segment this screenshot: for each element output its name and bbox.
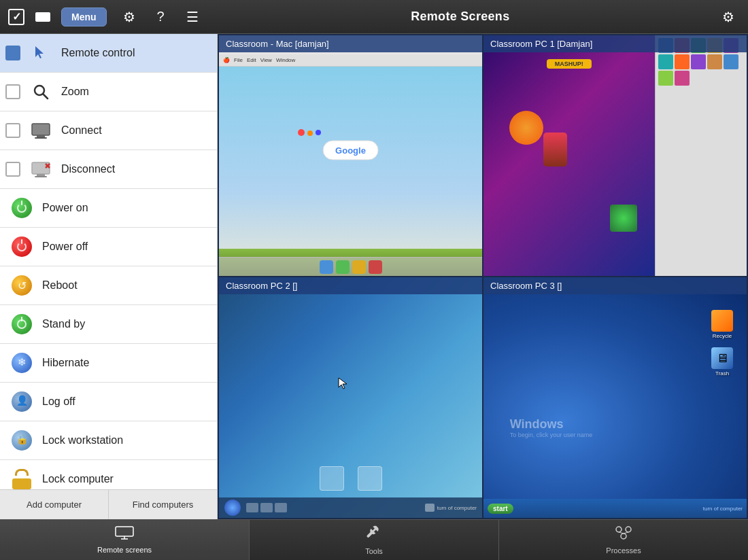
screen-tile-pc2-title: Classroom PC 2 [] (219, 277, 482, 294)
header-left: Menu ⚙ ? ☰ (8, 6, 204, 28)
header-right: ⚙ (717, 6, 740, 28)
add-computer-button[interactable]: Add computer (0, 490, 109, 519)
winxp-taskbar: start turn of computer (483, 499, 747, 518)
zoom-checkbox[interactable] (5, 84, 20, 99)
win7-taskbar-icons (246, 503, 287, 512)
sidebar-bottom: Add computer Find computers (0, 489, 217, 519)
connect-label: Connect (61, 124, 102, 137)
settings-right-icon[interactable]: ⚙ (717, 6, 740, 28)
connect-icon (30, 120, 52, 141)
reboot-icon: ↺ (11, 275, 33, 296)
disconnect-checkbox[interactable] (5, 162, 20, 177)
sidebar-item-power-on[interactable]: Power on (0, 189, 217, 228)
menu-button[interactable]: Menu (61, 7, 107, 27)
svg-marker-0 (35, 46, 44, 58)
tab-bar: Remote screens Tools Processes (0, 519, 748, 560)
winxp-start-button: start (488, 504, 513, 514)
log-off-label: Log off (42, 396, 75, 408)
tools-tab-icon (366, 525, 382, 545)
zoom-icon (30, 81, 52, 103)
power-on-label: Power on (42, 202, 88, 214)
svg-line-18 (619, 532, 624, 533)
winxp-screen-content: Windows To begin, click your user name R… (483, 277, 747, 518)
lock-computer-icon (11, 468, 33, 489)
main-content: Remote control Zoom Connect (0, 34, 748, 519)
power-off-icon (11, 236, 33, 258)
screen-tile-pc1-damjan-title: Classroom PC 1 [Damjan] (483, 35, 747, 52)
disconnect-label: Disconnect (61, 163, 115, 175)
sidebar-item-reboot[interactable]: ↺ Reboot (0, 266, 217, 305)
lock-computer-label: Lock computer (42, 473, 114, 485)
select-all-checkbox[interactable] (8, 9, 24, 25)
svg-point-16 (626, 527, 631, 532)
mac-screen-content: 🍎FileEditViewWindow Google (219, 35, 482, 276)
sidebar-item-zoom[interactable]: Zoom (0, 73, 217, 111)
svg-rect-7 (37, 174, 45, 176)
stand-by-label: Stand by (42, 318, 85, 330)
sidebar: Remote control Zoom Connect (0, 34, 218, 519)
svg-rect-3 (32, 124, 50, 135)
svg-point-15 (616, 527, 622, 532)
screen-tile-pc1-damjan[interactable]: Classroom PC 1 [Damjan] MASHUP! (483, 35, 747, 276)
tab-tools[interactable]: Tools (250, 520, 499, 560)
power-on-icon (11, 197, 33, 219)
svg-line-19 (624, 532, 628, 533)
screen-tile-pc3[interactable]: Classroom PC 3 [] Windows To begin, clic… (483, 277, 747, 518)
win7-screen-content: turn of computer (219, 277, 482, 518)
remote-control-label: Remote control (61, 47, 135, 59)
zoom-label: Zoom (61, 86, 89, 98)
stacked-windows-icon[interactable] (35, 12, 50, 22)
help-icon[interactable]: ? (152, 6, 170, 27)
header: Menu ⚙ ? ☰ Remote Screens ⚙ (0, 0, 748, 34)
screen-tile-pc3-title: Classroom PC 3 [] (483, 277, 747, 294)
stand-by-icon (11, 313, 33, 335)
log-off-icon: 👤 (11, 391, 33, 413)
tab-processes[interactable]: Processes (499, 520, 748, 560)
screens-grid: Classroom - Mac [damjan] 🍎FileEditViewWi… (218, 34, 748, 519)
sidebar-item-log-off[interactable]: 👤 Log off (0, 383, 217, 421)
screen-tile-mac-damjan[interactable]: Classroom - Mac [damjan] 🍎FileEditViewWi… (219, 35, 482, 276)
sidebar-item-lock-workstation[interactable]: 🔒 Lock workstation (0, 421, 217, 460)
settings-icon[interactable]: ⚙ (118, 6, 141, 28)
sidebar-item-stand-by[interactable]: Stand by (0, 305, 217, 344)
connect-checkbox[interactable] (5, 123, 20, 138)
tab-remote-screens-label: Remote screens (97, 546, 152, 554)
hibernate-icon: ❄ (11, 352, 33, 374)
svg-rect-12 (116, 527, 133, 536)
tab-remote-screens[interactable]: Remote screens (0, 520, 250, 560)
screen-tile-pc2[interactable]: Classroom PC 2 [] (219, 277, 482, 518)
svg-rect-5 (35, 137, 47, 139)
processes-tab-icon (615, 525, 632, 544)
tab-processes-label: Processes (606, 546, 641, 555)
remote-screens-tab-icon (115, 526, 134, 544)
screen-tile-mac-damjan-title: Classroom - Mac [damjan] (219, 35, 482, 52)
game-screen-content: MASHUP! (483, 35, 747, 276)
sidebar-scroll[interactable]: Remote control Zoom Connect (0, 34, 217, 489)
svg-rect-8 (35, 176, 47, 177)
lock-workstation-icon: 🔒 (11, 430, 33, 451)
list-icon[interactable]: ☰ (181, 6, 204, 28)
svg-marker-11 (339, 378, 347, 389)
hibernate-label: Hibernate (42, 357, 89, 369)
sidebar-item-lock-computer[interactable]: Lock computer (0, 460, 217, 489)
disconnect-icon (30, 158, 52, 180)
find-computers-button[interactable]: Find computers (109, 490, 217, 519)
svg-rect-4 (37, 135, 45, 137)
lock-workstation-label: Lock workstation (42, 434, 123, 447)
remote-control-checkbox[interactable] (5, 46, 20, 60)
cursor-icon (30, 42, 52, 64)
svg-point-17 (621, 533, 626, 539)
sidebar-item-connect[interactable]: Connect (0, 111, 217, 150)
svg-line-2 (44, 94, 48, 99)
tab-tools-label: Tools (365, 547, 383, 555)
sidebar-item-remote-control[interactable]: Remote control (0, 34, 217, 73)
power-off-label: Power off (42, 241, 88, 253)
win7-taskbar: turn of computer (219, 497, 482, 518)
sidebar-item-hibernate[interactable]: ❄ Hibernate (0, 344, 217, 383)
sidebar-item-power-off[interactable]: Power off (0, 228, 217, 266)
page-title: Remote Screens (204, 10, 717, 24)
win7-start-button (224, 500, 241, 516)
reboot-label: Reboot (42, 279, 78, 292)
sidebar-item-disconnect[interactable]: Disconnect (0, 150, 217, 189)
